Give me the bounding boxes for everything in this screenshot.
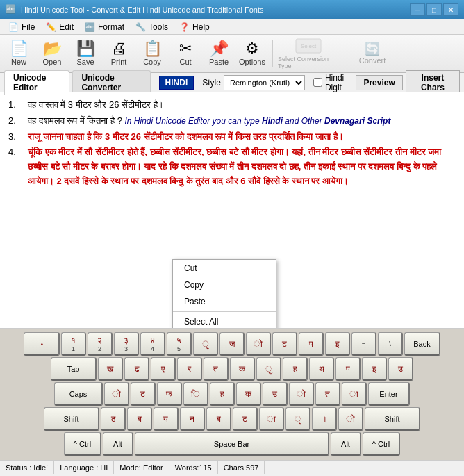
- key-ctrl-right[interactable]: ^ Ctrl: [363, 432, 400, 456]
- menu-file[interactable]: 📄 File: [3, 20, 40, 34]
- key-viram[interactable]: ।: [312, 407, 337, 431]
- key-ka2[interactable]: क: [236, 382, 261, 406]
- key-ee2[interactable]: इ: [362, 357, 387, 381]
- key-tilde[interactable]: ॰: [24, 332, 60, 356]
- line-1: 1. वह वास्तव में 3 मीटर और 26 सेंटीमीटर …: [8, 98, 456, 113]
- paste-button[interactable]: 📌 Paste: [203, 37, 235, 70]
- print-button[interactable]: 🖨 Print: [103, 37, 135, 70]
- key-oo2[interactable]: ो: [104, 382, 129, 406]
- key-oo3[interactable]: ो: [289, 382, 314, 406]
- ctx-select-all[interactable]: Select All: [173, 313, 276, 329]
- menu-help[interactable]: ❓ Help: [174, 20, 215, 34]
- status-mode: Mode: Editor: [114, 461, 169, 474]
- key-ee[interactable]: इ: [325, 332, 350, 356]
- key-ya[interactable]: य: [154, 407, 179, 431]
- key-enter[interactable]: Enter: [368, 382, 410, 406]
- key-ta4[interactable]: त: [315, 382, 340, 406]
- ctx-copy[interactable]: Copy: [173, 277, 276, 293]
- ctx-cut[interactable]: Cut: [173, 260, 276, 277]
- ctx-paste[interactable]: Paste: [173, 293, 276, 310]
- new-button[interactable]: 📄 New: [3, 37, 35, 70]
- file-icon: 📄: [8, 22, 19, 32]
- key-ta2[interactable]: त: [204, 357, 229, 381]
- options-button[interactable]: ⚙ Options: [236, 37, 268, 70]
- app-icon: 🔤: [6, 4, 17, 15]
- select-conversion-button[interactable]: Select Select Conversion Type: [277, 37, 340, 70]
- key-ha[interactable]: ह: [283, 357, 308, 381]
- key-equals[interactable]: =: [351, 332, 376, 356]
- key-capslock[interactable]: Caps: [54, 382, 103, 406]
- key-ta5[interactable]: ट: [233, 407, 258, 431]
- key-ctrl-left[interactable]: ^ Ctrl: [64, 432, 101, 456]
- key-ta[interactable]: ट: [272, 332, 297, 356]
- key-kha[interactable]: ख: [98, 357, 123, 381]
- key-u[interactable]: ु: [256, 357, 281, 381]
- key-alt-right[interactable]: Alt: [331, 432, 361, 456]
- key-tha[interactable]: थ: [309, 357, 334, 381]
- status-chars: Chars:597: [218, 461, 265, 474]
- editor-area[interactable]: 1. वह वास्तव में 3 मीटर और 26 सेंटीमीटर …: [0, 92, 464, 329]
- key-pa2[interactable]: प: [335, 357, 361, 381]
- copy-button[interactable]: 📋 Copy: [136, 37, 168, 70]
- menu-tools[interactable]: 🔧 Tools: [130, 20, 174, 34]
- key-5[interactable]: ५5: [167, 332, 192, 356]
- menu-format[interactable]: 🔤 Format: [79, 20, 130, 34]
- key-4[interactable]: ४4: [140, 332, 165, 356]
- key-tab[interactable]: Tab: [51, 357, 97, 381]
- key-aa[interactable]: ा: [342, 382, 367, 406]
- tab-editor[interactable]: Unicode Editor: [4, 70, 69, 95]
- key-u2[interactable]: उ: [388, 357, 413, 381]
- key-backslash[interactable]: \: [378, 332, 403, 356]
- key-ja[interactable]: ज: [219, 332, 245, 356]
- key-pa[interactable]: प: [299, 332, 324, 356]
- key-pha[interactable]: फ: [157, 382, 182, 406]
- insert-chars-button[interactable]: Insert Chars: [406, 70, 460, 95]
- key-ta3[interactable]: ट: [131, 382, 156, 406]
- tab-converter[interactable]: Unicode Converter: [72, 70, 150, 95]
- key-rrik2[interactable]: ृ: [285, 407, 310, 431]
- key-ttha[interactable]: ठ: [101, 407, 126, 431]
- editor-content[interactable]: 1. वह वास्तव में 3 मीटर और 26 सेंटीमीटर …: [0, 92, 464, 196]
- key-aa2[interactable]: ा: [259, 407, 284, 431]
- key-ddha[interactable]: ढ: [124, 357, 149, 381]
- key-backspace[interactable]: Back: [404, 332, 440, 356]
- maximize-button[interactable]: □: [426, 3, 442, 16]
- key-space[interactable]: Space Bar: [135, 432, 329, 456]
- key-oo[interactable]: ो: [246, 332, 271, 356]
- tools-icon: 🔧: [135, 22, 146, 32]
- key-oo4[interactable]: ो: [338, 407, 363, 431]
- minimize-button[interactable]: ─: [410, 3, 425, 16]
- line-4: 4. चूंकि एक मीटर में सौ सेंटीमीटर होते ह…: [8, 145, 456, 188]
- key-ba2[interactable]: ब: [206, 407, 231, 431]
- context-menu: Cut Copy Paste Select All Language ▶ Edi…: [172, 259, 276, 329]
- hindi-digit-checkbox[interactable]: Hindi Digit: [313, 73, 354, 92]
- key-ra[interactable]: र: [177, 357, 202, 381]
- menu-edit[interactable]: ✏️ Edit: [40, 20, 79, 34]
- open-button[interactable]: 📂 Open: [36, 37, 68, 70]
- tab-bar: Unicode Editor Unicode Converter HINDI S…: [0, 73, 464, 92]
- key-i[interactable]: ि: [183, 382, 208, 406]
- key-alt-left[interactable]: Alt: [103, 432, 133, 456]
- key-ba[interactable]: ब: [127, 407, 152, 431]
- key-rrik[interactable]: ृ: [193, 332, 218, 356]
- key-3[interactable]: ३3: [114, 332, 139, 356]
- key-shift-right[interactable]: Shift: [365, 407, 420, 431]
- key-ka[interactable]: क: [230, 357, 255, 381]
- close-button[interactable]: ✕: [443, 3, 458, 16]
- key-shift-left[interactable]: Shift: [44, 407, 99, 431]
- key-1[interactable]: १1: [61, 332, 86, 356]
- key-2[interactable]: २2: [88, 332, 113, 356]
- key-u3[interactable]: उ: [263, 382, 288, 406]
- keyboard-row-2: Tab ख ढ ए र त क ु ह थ प इ उ: [3, 357, 461, 381]
- print-icon: 🖨: [111, 41, 126, 56]
- preview-button[interactable]: Preview: [356, 75, 402, 90]
- key-ha2[interactable]: ह: [210, 382, 235, 406]
- save-button[interactable]: 💾 Save: [69, 37, 101, 70]
- menu-bar: 📄 File ✏️ Edit 🔤 Format 🔧 Tools ❓ Help: [0, 19, 464, 35]
- convert-button[interactable]: 🔄 Convert: [341, 37, 404, 70]
- key-e[interactable]: ए: [151, 357, 176, 381]
- key-na[interactable]: न: [180, 407, 205, 431]
- hindi-digit-input[interactable]: [313, 78, 322, 87]
- cut-button[interactable]: ✂ Cut: [169, 37, 201, 70]
- style-select[interactable]: Remington (Kruti): [224, 75, 305, 90]
